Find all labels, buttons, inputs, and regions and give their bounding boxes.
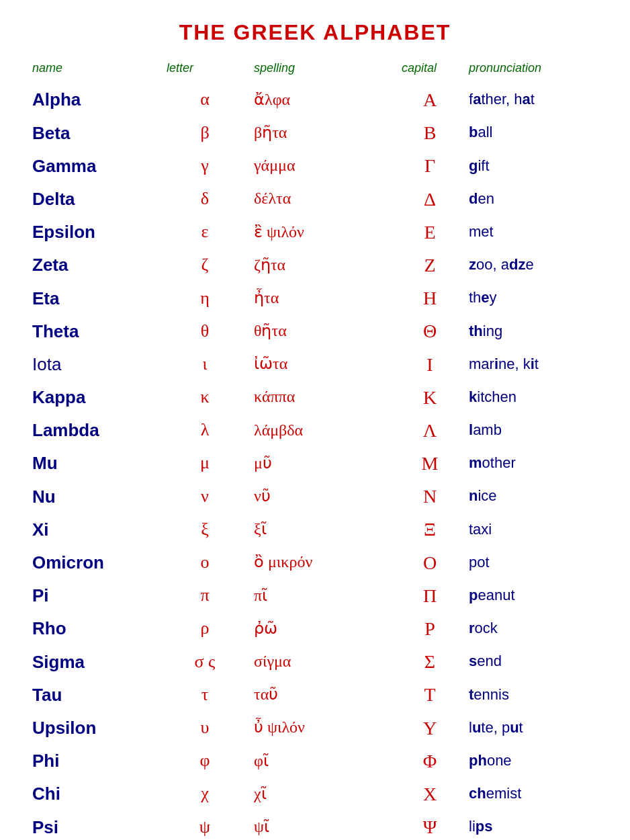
letter-name: Epsilon bbox=[27, 216, 161, 249]
page-title: THE GREEK ALPHABET bbox=[27, 20, 603, 45]
table-row: BetaββῆταΒball bbox=[27, 116, 603, 149]
letter-name: Theta bbox=[27, 314, 161, 347]
table-row: KappaκκάππαΚkitchen bbox=[27, 381, 603, 414]
letter-name: Mu bbox=[27, 447, 161, 480]
letter-capital: Ψ bbox=[396, 810, 463, 840]
letter-pronunciation: tennis bbox=[463, 678, 603, 711]
letter-symbol: λ bbox=[161, 414, 249, 447]
letter-spelling: γάμμα bbox=[249, 149, 396, 182]
table-row: Epsilonεἒ ψιλόνΕmet bbox=[27, 216, 603, 249]
table-row: PsiψψῖΨlips bbox=[27, 810, 603, 840]
letter-capital: Δ bbox=[396, 183, 463, 216]
table-row: NuννῦΝnice bbox=[27, 480, 603, 513]
letter-capital: Κ bbox=[396, 381, 463, 414]
letter-symbol: μ bbox=[161, 447, 249, 480]
letter-spelling: ζῆτα bbox=[249, 249, 396, 282]
letter-capital: Θ bbox=[396, 314, 463, 347]
letter-spelling: χῖ bbox=[249, 778, 396, 810]
letter-symbol: ψ bbox=[161, 810, 249, 840]
letter-name: Psi bbox=[27, 810, 161, 840]
letter-capital: Ι bbox=[396, 348, 463, 381]
table-row: EtaηἦταΗthey bbox=[27, 282, 603, 314]
letter-name: Xi bbox=[27, 513, 161, 546]
letter-pronunciation: gift bbox=[463, 149, 603, 182]
letter-name: Kappa bbox=[27, 381, 161, 414]
letter-name: Rho bbox=[27, 612, 161, 645]
letter-name: Beta bbox=[27, 116, 161, 149]
letter-pronunciation: kitchen bbox=[463, 381, 603, 414]
letter-symbol: τ bbox=[161, 678, 249, 711]
letter-spelling: πῖ bbox=[249, 579, 396, 612]
letter-capital: Φ bbox=[396, 745, 463, 778]
letter-pronunciation: marine, kit bbox=[463, 348, 603, 381]
table-row: DeltaδδέλταΔden bbox=[27, 183, 603, 216]
letter-capital: Β bbox=[396, 116, 463, 149]
letter-pronunciation: zoo, adze bbox=[463, 249, 603, 282]
letter-symbol: φ bbox=[161, 745, 249, 778]
letter-symbol: ξ bbox=[161, 513, 249, 546]
letter-pronunciation: father, hat bbox=[463, 83, 603, 116]
letter-spelling: νῦ bbox=[249, 480, 396, 513]
table-row: MuμμῦΜmother bbox=[27, 447, 603, 480]
letter-pronunciation: peanut bbox=[463, 579, 603, 612]
letter-symbol: σ ς bbox=[161, 645, 249, 678]
letter-spelling: ταῦ bbox=[249, 678, 396, 711]
table-row: AlphaαἄλφαΑfather, hat bbox=[27, 83, 603, 116]
letter-spelling: κάππα bbox=[249, 381, 396, 414]
letter-capital: Ζ bbox=[396, 249, 463, 282]
letter-pronunciation: lips bbox=[463, 810, 603, 840]
letter-name: Alpha bbox=[27, 83, 161, 116]
letter-capital: Υ bbox=[396, 712, 463, 745]
letter-pronunciation: chemist bbox=[463, 778, 603, 810]
letter-symbol: ζ bbox=[161, 249, 249, 282]
letter-symbol: η bbox=[161, 282, 249, 314]
letter-spelling: ῤῶ bbox=[249, 612, 396, 645]
letter-symbol: ρ bbox=[161, 612, 249, 645]
letter-pronunciation: pot bbox=[463, 546, 603, 579]
letter-pronunciation: met bbox=[463, 216, 603, 249]
letter-name: Sigma bbox=[27, 645, 161, 678]
letter-pronunciation: mother bbox=[463, 447, 603, 480]
letter-name: Tau bbox=[27, 678, 161, 711]
letter-name: Chi bbox=[27, 778, 161, 810]
letter-pronunciation: rock bbox=[463, 612, 603, 645]
letter-symbol: γ bbox=[161, 149, 249, 182]
letter-name: Gamma bbox=[27, 149, 161, 182]
letter-spelling: ἰῶτα bbox=[249, 348, 396, 381]
letter-name: Iota bbox=[27, 348, 161, 381]
letter-name: Zeta bbox=[27, 249, 161, 282]
letter-capital: Α bbox=[396, 83, 463, 116]
letter-capital: Λ bbox=[396, 414, 463, 447]
letter-name: Omicron bbox=[27, 546, 161, 579]
letter-symbol: ν bbox=[161, 480, 249, 513]
letter-symbol: κ bbox=[161, 381, 249, 414]
letter-spelling: ὂ μικρόν bbox=[249, 546, 396, 579]
letter-spelling: ὖ ψιλόν bbox=[249, 712, 396, 745]
letter-capital: Ρ bbox=[396, 612, 463, 645]
header-capital: capital bbox=[396, 58, 463, 83]
header-spelling: spelling bbox=[249, 58, 396, 83]
greek-alphabet-table: name letter spelling capital pronunciati… bbox=[27, 58, 603, 840]
table-row: GammaγγάμμαΓgift bbox=[27, 149, 603, 182]
letter-capital: Π bbox=[396, 579, 463, 612]
letter-capital: Ε bbox=[396, 216, 463, 249]
letter-name: Phi bbox=[27, 745, 161, 778]
letter-symbol: χ bbox=[161, 778, 249, 810]
letter-pronunciation: den bbox=[463, 183, 603, 216]
letter-pronunciation: send bbox=[463, 645, 603, 678]
table-row: LambdaλλάμβδαΛlamb bbox=[27, 414, 603, 447]
table-row: IotaιἰῶταΙmarine, kit bbox=[27, 348, 603, 381]
letter-spelling: ἒ ψιλόν bbox=[249, 216, 396, 249]
table-row: ThetaθθῆταΘthing bbox=[27, 314, 603, 347]
letter-spelling: δέλτα bbox=[249, 183, 396, 216]
letter-name: Pi bbox=[27, 579, 161, 612]
letter-symbol: δ bbox=[161, 183, 249, 216]
header-pronunciation: pronunciation bbox=[463, 58, 603, 83]
letter-capital: Η bbox=[396, 282, 463, 314]
letter-name: Delta bbox=[27, 183, 161, 216]
letter-symbol: υ bbox=[161, 712, 249, 745]
letter-pronunciation: lamb bbox=[463, 414, 603, 447]
table-row: Upsilonυὖ ψιλόνΥlute, put bbox=[27, 712, 603, 745]
letter-capital: Χ bbox=[396, 778, 463, 810]
header-letter: letter bbox=[161, 58, 249, 83]
